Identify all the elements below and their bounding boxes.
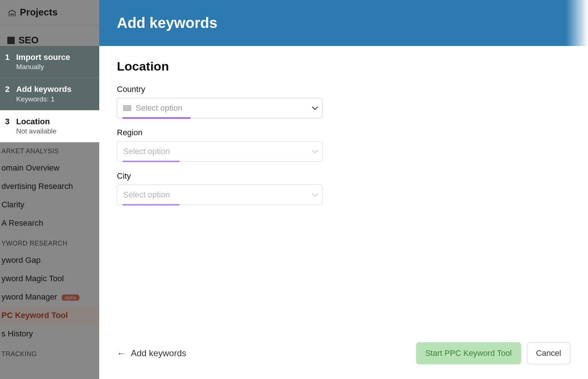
step-number: 2	[3, 85, 10, 103]
region-label: Region	[117, 128, 323, 137]
region-field: Region Select option	[117, 128, 323, 162]
step-title: Import source	[16, 53, 70, 62]
cancel-button[interactable]: Cancel	[527, 342, 570, 364]
country-field: Country Select option	[117, 85, 323, 118]
step-subtitle: Manually	[16, 63, 70, 71]
chevron-down-icon	[312, 105, 316, 111]
back-label: Add keywords	[131, 348, 186, 358]
country-placeholder: Select option	[136, 103, 182, 113]
back-button[interactable]: ← Add keywords	[117, 348, 186, 358]
step-subtitle: Not available	[16, 127, 57, 135]
country-select[interactable]: Select option	[117, 98, 323, 118]
city-select[interactable]: Select option	[117, 185, 323, 205]
arrow-left-icon: ←	[117, 349, 126, 358]
city-label: City	[117, 171, 323, 181]
header-fade-edge	[566, 0, 588, 46]
chevron-down-icon	[312, 148, 316, 155]
accent-underline	[122, 204, 180, 205]
city-field: City Select option	[117, 171, 323, 205]
step-title: Add keywords	[16, 85, 71, 94]
accent-underline	[122, 161, 180, 162]
step-import-source[interactable]: 1 Import source Manually	[0, 46, 99, 78]
start-ppc-keyword-tool-button[interactable]: Start PPC Keyword Tool	[416, 342, 521, 364]
accent-underline	[122, 117, 191, 119]
country-label: Country	[117, 85, 323, 94]
flag-icon	[123, 105, 131, 111]
step-subtitle: Keywords: 1	[16, 95, 71, 103]
modal-footer: ← Add keywords Start PPC Keyword Tool Ca…	[99, 342, 588, 379]
add-keywords-modal: Add keywords Location Country Select opt…	[99, 0, 588, 379]
modal-title: Add keywords	[117, 15, 217, 31]
modal-header: Add keywords	[99, 0, 588, 46]
section-title: Location	[117, 59, 570, 74]
step-location[interactable]: 3 Location Not available	[0, 110, 99, 142]
step-number: 3	[3, 117, 10, 135]
wizard-stepper: 1 Import source Manually 2 Add keywords …	[0, 0, 99, 379]
chevron-down-icon	[312, 192, 316, 198]
region-placeholder: Select option	[123, 147, 170, 156]
step-number: 1	[3, 53, 10, 71]
step-title: Location	[16, 117, 57, 126]
step-add-keywords[interactable]: 2 Add keywords Keywords: 1	[0, 78, 99, 110]
region-select[interactable]: Select option	[117, 141, 323, 162]
city-placeholder: Select option	[123, 190, 170, 200]
